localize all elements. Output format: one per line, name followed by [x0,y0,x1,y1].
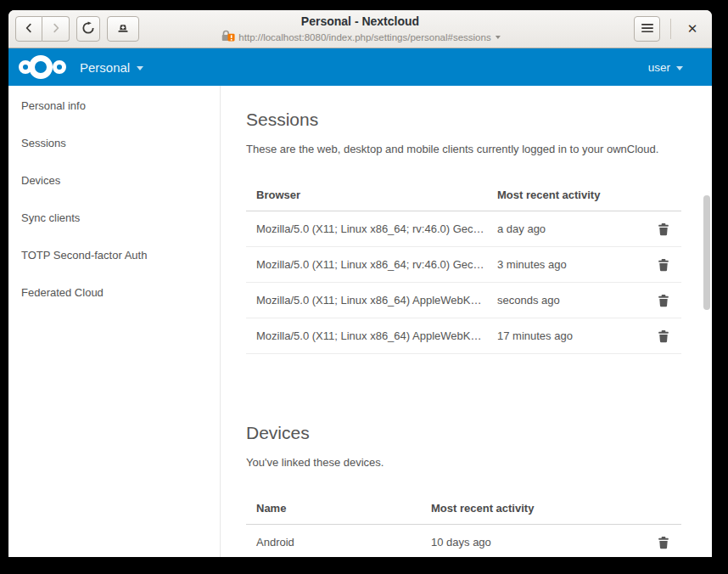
back-button[interactable] [15,16,42,42]
devices-description: You've linked these devices. [246,455,681,470]
browser-titlebar: Personal - Nextcloud http://localhost:80… [8,10,712,48]
close-button[interactable]: ✕ [681,18,703,40]
devices-section: Devices You've linked these devices. Nam… [246,422,681,557]
history-button-group [15,16,70,42]
session-activity: seconds ago [497,294,643,307]
devices-title: Devices [246,422,681,444]
settings-sidebar: Personal info Sessions Devices Sync clie… [8,86,221,557]
sidebar-item-federated-cloud[interactable]: Federated Cloud [8,274,220,312]
delete-icon [657,539,670,552]
sessions-table-header: Browser Most recent activity [246,179,681,211]
back-icon [22,21,36,37]
app-menu-label: Personal [80,60,130,75]
forward-button[interactable] [42,16,70,42]
nextcloud-logo[interactable] [19,54,66,80]
session-row: Mozilla/5.0 (X11; Linux x86_64; rv:46.0)… [246,247,681,283]
browser-window: Personal - Nextcloud http://localhost:80… [8,10,712,557]
column-header-browser: Browser [246,189,497,201]
titlebar-right: ✕ [634,16,703,42]
delete-icon [657,297,670,310]
session-activity: 3 minutes ago [497,258,643,271]
titlebar-separator [670,19,671,39]
settings-page: Personal info Sessions Devices Sync clie… [8,86,712,557]
nav-controls [15,16,139,42]
main-content: Sessions These are the web, desktop and … [221,86,712,557]
caret-down-icon [676,66,683,70]
app-menu[interactable]: Personal [80,60,143,75]
reload-button[interactable] [76,16,100,42]
session-browser: Mozilla/5.0 (X11; Linux x86_64; rv:46.0)… [246,258,497,271]
new-tab-button[interactable] [107,16,139,42]
delete-session-button[interactable] [657,222,670,236]
reload-icon [81,21,95,37]
device-row: Android 10 days ago [246,525,681,557]
session-activity: a day ago [497,222,643,235]
delete-session-button[interactable] [657,258,670,272]
delete-device-button[interactable] [657,536,670,549]
session-activity: 17 minutes ago [497,329,643,342]
session-row: Mozilla/5.0 (X11; Linux x86_64) AppleWeb… [246,283,681,318]
user-menu-label: user [648,61,670,74]
session-browser: Mozilla/5.0 (X11; Linux x86_64) AppleWeb… [246,294,497,307]
url-bar[interactable]: http://localhost:8080/index.php/settings… [220,30,500,45]
device-activity: 10 days ago [431,536,643,549]
column-header-name: Name [246,502,431,515]
delete-icon [657,262,670,274]
menu-button[interactable] [634,16,660,42]
sidebar-item-sync-clients[interactable]: Sync clients [8,200,220,237]
devices-table: Name Most recent activity Android 10 day… [246,492,681,557]
nextcloud-header: Personal user [8,48,712,86]
session-browser: Mozilla/5.0 (X11; Linux x86_64; rv:46.0)… [246,222,497,235]
sidebar-item-sessions[interactable]: Sessions [8,125,220,162]
titlebar-center: Personal - Nextcloud http://localhost:80… [220,14,500,45]
device-name: Android [246,536,431,549]
menu-icon [641,22,654,37]
window-title: Personal - Nextcloud [301,14,419,29]
caret-down-icon [137,66,143,70]
scrollbar-thumb[interactable] [703,195,710,310]
sessions-description: These are the web, desktop and mobile cl… [246,142,681,156]
sidebar-item-personal-info[interactable]: Personal info [8,87,220,125]
forward-icon [49,21,63,37]
new-tab-icon [116,21,130,37]
delete-icon [657,333,670,346]
sessions-table: Browser Most recent activity Mozilla/5.0… [246,179,681,354]
column-header-activity: Most recent activity [431,502,643,515]
delete-session-button[interactable] [657,294,670,307]
sessions-section: Sessions These are the web, desktop and … [246,109,681,354]
session-row: Mozilla/5.0 (X11; Linux x86_64; rv:46.0)… [246,211,681,247]
delete-session-button[interactable] [657,329,670,343]
delete-icon [657,226,670,239]
user-menu[interactable]: user [648,61,683,74]
caret-down-icon[interactable] [496,36,501,39]
devices-table-header: Name Most recent activity [246,492,681,525]
session-row: Mozilla/5.0 (X11; Linux x86_64) AppleWeb… [246,318,681,354]
sidebar-item-totp[interactable]: TOTP Second-factor Auth [8,237,220,274]
session-browser: Mozilla/5.0 (X11; Linux x86_64) AppleWeb… [246,329,497,342]
column-header-activity: Most recent activity [497,189,643,201]
sidebar-item-devices[interactable]: Devices [8,162,220,200]
url-text: http://localhost:8080/index.php/settings… [238,32,490,42]
close-icon: ✕ [687,21,698,36]
lock-warning-icon [220,30,234,45]
sessions-title: Sessions [246,109,681,131]
